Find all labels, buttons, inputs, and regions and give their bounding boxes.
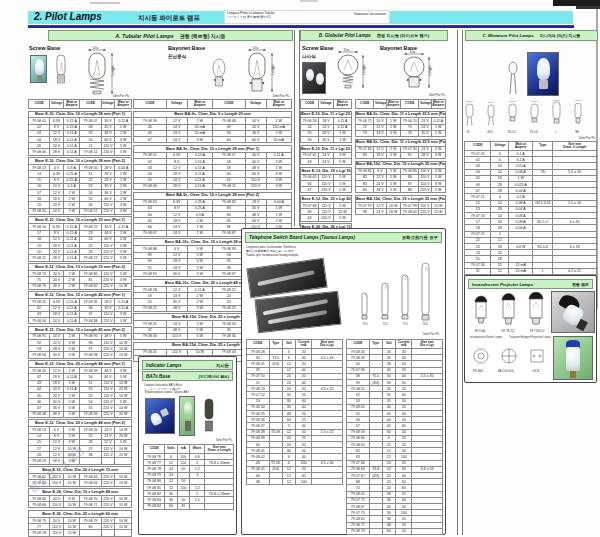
table-cell xyxy=(101,458,115,464)
table-cell xyxy=(80,458,101,464)
table-cell: 79 08 67 xyxy=(134,230,167,236)
photo-miniature-lamp xyxy=(527,52,559,96)
miniature-diagram-caption: S5.5-O xyxy=(504,131,520,134)
table-cell: 220 V xyxy=(101,480,115,486)
header-cell: CODE xyxy=(247,340,270,349)
table-cell: 20 W xyxy=(386,209,400,215)
table-cell: 24 V xyxy=(50,318,64,324)
table-cell: 79 08 00 xyxy=(400,209,418,215)
table-group-title: Base E-10, Clear, Dia. 10 x Length 28 mm… xyxy=(28,157,132,164)
table-cell: 79 08 57 xyxy=(80,208,101,214)
projector-lamp-diagrams xyxy=(469,292,549,330)
table-cell: 60 V xyxy=(245,137,266,143)
header-cell: Watt or Ampere xyxy=(266,100,291,109)
header-cell: CODE xyxy=(356,100,374,109)
table-group-title: Base E-12, Clear, Dia. 20 x Length 48 mm… xyxy=(28,360,132,367)
table-row: 67220 V5 W xyxy=(301,187,352,193)
header-cell: CODE xyxy=(144,445,165,454)
section-c-header: C. Miniature Pilot Lamps 미니어쳐 (작은) 지시등 xyxy=(465,30,598,41)
table-row: 8318 V2 W9128 V3 W xyxy=(356,152,446,158)
telephone-diagram-caption: T4.5 xyxy=(358,323,372,326)
length-label: Length xyxy=(428,66,432,76)
table-cell: 220 V xyxy=(101,352,115,358)
table-cell xyxy=(101,530,115,536)
bayonet-base-label-a: Bayonet Base xyxy=(168,45,205,51)
data-table: 79 08 134 V0.3 A79 08 5028 V0.04 A146.3V… xyxy=(28,164,132,215)
header-cell: Watts xyxy=(189,445,205,454)
table-cell: 20 xyxy=(395,528,412,534)
table-row: 79 08 736020 xyxy=(347,528,443,534)
unit-per-pc-indicator: Unit Per Pc. xyxy=(173,438,233,442)
miniature-diagram-caption: NH xyxy=(571,131,583,134)
table-cell: 5 W xyxy=(333,215,351,221)
header-cell: CurrentmA xyxy=(295,340,312,349)
table-cell xyxy=(189,503,205,509)
section-b-title: B. Globular Pilot Lamps xyxy=(319,33,371,38)
data-table: 79 07 6224 V3 W6324 V5 W xyxy=(300,152,352,165)
data-table: 79 08 016.3V0.15 A79 08 0730 V0.11 A028 … xyxy=(28,117,132,155)
tubular-lamp-diagram-dimensioned: Dia Length xyxy=(80,46,124,98)
data-table: 79 08 9124 V2 W79 08 9548 V5 W9224 V3 W9… xyxy=(28,333,132,359)
catalog-page: 2. Pilot Lamps 지시등 파이로트 램프 Lámpara Pilot… xyxy=(0,0,600,537)
table-cell: 98 xyxy=(356,209,374,215)
table-cell: 5 W xyxy=(63,411,80,417)
projector-lamps-header: Incandescent Projector Lamps 환등 램프 xyxy=(468,279,593,289)
header-cell: Size mmDiam. x Length xyxy=(205,445,234,454)
table-cell: 220 V xyxy=(101,208,115,214)
indicator-title-korean: 지시등 xyxy=(216,363,229,368)
table-row: 79 08 4848 V5 W79 08 56220 V20 W xyxy=(29,411,132,417)
table-cell: 48 xyxy=(247,479,270,485)
screw-base-label-b: Screw Base xyxy=(302,45,333,51)
indicator-table: CODEVoltsmAWattsSize mmDiam. x Length79 … xyxy=(143,444,234,510)
table-cell: 220 V xyxy=(101,411,115,417)
indicator-lamps-box: Indicator Lamps 지시등 BA7s Base (인디케이터 램프)… xyxy=(138,356,237,535)
bayonet-lamp-diagram-small xyxy=(210,56,228,94)
table-cell: 76 xyxy=(400,130,418,136)
miniature-diagram-caption: S5.5-K xyxy=(526,131,542,134)
data-table: 79 08 316.3V0.15 A79 08 3528 V0.11 A3212… xyxy=(28,298,132,324)
projector-base-caption: BA-15d (G15) xyxy=(491,370,521,373)
table-row: 7318 V3 W7630 V1 W xyxy=(356,130,446,136)
table-cell: 3 W xyxy=(431,152,446,158)
table-row: 4724 V3 W6060 V20 mA xyxy=(134,137,292,143)
table-group-title: Base BA-15d, Clear, Dia. 19 x Length 35 … xyxy=(355,195,446,202)
data-table: 79 06 5818 V0.11 A5424 V0.11 A5528 V1 W5… xyxy=(300,117,352,143)
telephone-lamps-box: Telephone Switch Board Lamps (Taunus Lam… xyxy=(241,228,446,535)
table-cell: 15 W xyxy=(63,530,80,536)
table-cell: 79 08 66 xyxy=(29,502,50,508)
section-b-header: B. Globular Pilot Lamps 환형 지시등 (파이로트 램프) xyxy=(300,30,448,41)
tubular-lamp-diagram-small xyxy=(52,52,70,90)
indicator-lamp-diagram xyxy=(201,397,217,437)
table-group-title: Base E-12, Dia. 19 x Lgt 35 xyxy=(300,167,352,174)
table-row: 6324 V5 W xyxy=(301,159,352,165)
miniature-diagram-caption: G3.5 xyxy=(483,131,497,134)
table-cell: 12 xyxy=(282,479,295,485)
dia-label: Dia xyxy=(344,48,349,52)
header-cell: CODE xyxy=(301,100,319,109)
header-cell: Voltage xyxy=(166,100,187,109)
table-cell: 110 V xyxy=(50,502,64,508)
table-cell: 0.11 A xyxy=(63,255,80,261)
telephone-desc-ru: Лампы для телефонных коммутаторов xyxy=(246,254,366,258)
miniature-diagram-caption: L xyxy=(550,131,562,134)
header-cell: Watt or Ampere xyxy=(115,100,132,109)
table-row: 79 08 0628 V0.11 A79 08 12220 V5 W xyxy=(29,149,132,155)
table-cell: 60 xyxy=(165,503,177,509)
header-cell: CODE xyxy=(80,100,101,109)
table-row: 64200 V5 W xyxy=(301,215,352,221)
table-cell: 30 V xyxy=(319,137,334,143)
table-header-row: CODETypeVoltCurrentmASize mmDia x Lgt. xyxy=(247,340,343,349)
data-table: 79 08 816 V5 W79 08 85100 V5 W8212 V5 W8… xyxy=(355,168,446,194)
header-cell: CurrentmA xyxy=(395,340,412,349)
data-table: CODEVoltageWatt or AmpereCODEVoltageWatt… xyxy=(355,99,446,109)
table-header-row: CODEVoltageWatt or AmpereCODEVoltageWatt… xyxy=(29,100,132,109)
table-cell: 220 V xyxy=(245,183,266,189)
table-row: 79 08 9430 V5 W79 08 98220 V15 W xyxy=(29,352,132,358)
indicator-lamps-header: Indicator Lamps 지시등 xyxy=(142,360,233,370)
table-row: 79 08 66110 V10 W79 08 71220 V15 W xyxy=(29,502,132,508)
table-group-title: Base BA-9s, Clear, Dia. 10 x Length 28 m… xyxy=(133,145,292,152)
projector-caption: KP-TTM-112 xyxy=(523,330,551,333)
data-table: 79 07 68110 V5 W69110 V10 W64200 V5 W xyxy=(300,202,352,222)
miniature-lamp-diagrams xyxy=(462,100,596,130)
header-note-ru: Лампочки Сигнальные xyxy=(354,13,386,17)
